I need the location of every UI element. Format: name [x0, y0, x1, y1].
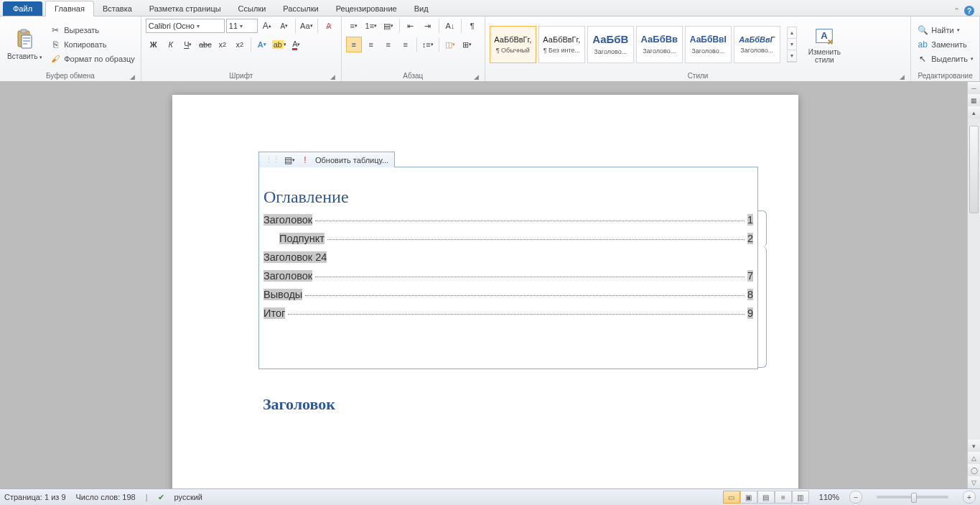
- tab-insert[interactable]: Вставка: [94, 1, 141, 16]
- scroll-up-icon[interactable]: ▴: [968, 106, 980, 119]
- font-name-value: Calibri (Осно: [149, 22, 195, 30]
- bold-button[interactable]: Ж: [146, 37, 162, 52]
- change-styles-button[interactable]: A Изменить стили: [806, 24, 844, 65]
- help-icon[interactable]: ?: [964, 6, 974, 16]
- vertical-scrollbar[interactable]: ─ ▦ ▴ ▾ △ ◯ ▽: [967, 82, 980, 488]
- increase-indent-button[interactable]: ⇥: [420, 18, 436, 34]
- select-button[interactable]: ↖Выделить ▾: [915, 52, 975, 65]
- tab-review[interactable]: Рецензирование: [327, 1, 406, 16]
- scroll-down-icon[interactable]: ▾: [968, 440, 980, 452]
- style-item-3[interactable]: АаБбВвЗаголово...: [636, 26, 683, 63]
- superscript-button[interactable]: x2: [232, 37, 248, 52]
- toc-grip-icon[interactable]: ⋮⋮: [265, 155, 279, 165]
- style-item-2[interactable]: АаБбВЗаголово...: [587, 26, 634, 63]
- view-full-reading[interactable]: ▣: [740, 491, 757, 504]
- tab-view[interactable]: Вид: [406, 1, 437, 16]
- style-item-5[interactable]: АаБбВвГЗаголово...: [734, 26, 780, 63]
- font-size-combo[interactable]: 11▾: [226, 19, 258, 33]
- font-color-button[interactable]: A▾: [289, 37, 304, 52]
- toc-row-3[interactable]: Заголовок 7: [263, 270, 753, 282]
- view-print-layout[interactable]: ▭: [723, 491, 740, 504]
- align-center-button[interactable]: ≡: [363, 37, 379, 52]
- align-right-button[interactable]: ≡: [381, 37, 396, 52]
- format-painter-button[interactable]: 🖌Формат по образцу: [48, 52, 136, 65]
- style-item-1[interactable]: АаБбВвГг,¶ Без инте...: [538, 26, 585, 63]
- status-page[interactable]: Страница: 1 из 9: [4, 493, 66, 501]
- multilevel-button[interactable]: ▤▾: [381, 18, 396, 34]
- zoom-out-button[interactable]: −: [849, 491, 862, 504]
- view-outline[interactable]: ≡: [775, 491, 792, 504]
- toc-row-5[interactable]: Итог 9: [263, 307, 753, 319]
- replace-button[interactable]: abЗаменить: [915, 38, 975, 51]
- status-language[interactable]: русский: [174, 493, 202, 501]
- subscript-button[interactable]: x2: [215, 37, 230, 52]
- toc-menu-icon[interactable]: ▤▾: [284, 154, 295, 166]
- browse-object-icon[interactable]: ◯: [968, 464, 980, 476]
- scroll-track[interactable]: [968, 119, 980, 440]
- toc-row-2[interactable]: Заголовок 24: [263, 251, 753, 263]
- minimize-ribbon-icon[interactable]: ⌃: [953, 6, 960, 16]
- view-draft[interactable]: ▥: [792, 491, 809, 504]
- heading-1[interactable]: Заголовок: [263, 395, 335, 414]
- grow-font-button[interactable]: A▴: [259, 18, 275, 34]
- copy-button[interactable]: ⎘Копировать: [48, 38, 136, 51]
- highlight-button[interactable]: ab▾: [271, 37, 287, 52]
- borders-button[interactable]: ⊞▾: [459, 37, 475, 52]
- zoom-level[interactable]: 110%: [819, 493, 839, 501]
- view-web[interactable]: ▤: [757, 491, 775, 504]
- styles-launcher-icon[interactable]: ◢: [900, 73, 905, 80]
- update-toc-button[interactable]: Обновить таблицу...: [315, 156, 388, 165]
- cut-button[interactable]: ✂Вырезать: [48, 24, 136, 37]
- paste-label: Вставить: [7, 52, 37, 60]
- style-gallery-scroll[interactable]: ▴▾▾: [787, 27, 797, 62]
- underline-button[interactable]: Ч▾: [180, 37, 196, 52]
- zoom-in-button[interactable]: +: [963, 491, 976, 504]
- tab-mailings[interactable]: Рассылки: [274, 1, 327, 16]
- zoom-knob[interactable]: [911, 493, 917, 503]
- find-button[interactable]: 🔍Найти ▾: [915, 24, 975, 37]
- strike-button[interactable]: abc: [197, 37, 213, 52]
- font-launcher-icon[interactable]: ◢: [330, 73, 335, 80]
- sort-button[interactable]: A↓: [442, 18, 458, 34]
- status-word-count[interactable]: Число слов: 198: [76, 493, 136, 501]
- prev-page-icon[interactable]: △: [968, 452, 980, 464]
- decrease-indent-button[interactable]: ⇤: [403, 18, 419, 34]
- style-item-0[interactable]: АаБбВвГг,¶ Обычный: [490, 26, 536, 63]
- style-item-4[interactable]: АаБбВвIЗаголово...: [685, 26, 732, 63]
- tab-home[interactable]: Главная: [45, 1, 94, 17]
- numbering-button[interactable]: 1≡▾: [363, 18, 379, 34]
- style-preview: АаБбВвГг,: [494, 35, 531, 44]
- proofing-icon[interactable]: ✔: [158, 493, 164, 502]
- style-gallery[interactable]: АаБбВвГг,¶ ОбычныйАаБбВвГг,¶ Без инте...…: [490, 26, 783, 63]
- align-left-button[interactable]: ≡: [346, 37, 362, 52]
- next-page-icon[interactable]: ▽: [968, 476, 980, 488]
- change-case-button[interactable]: Aa▾: [299, 18, 314, 34]
- toc-row-0[interactable]: Заголовок 1: [263, 214, 753, 226]
- tab-page-layout[interactable]: Разметка страницы: [141, 1, 230, 16]
- toc-row-4[interactable]: Выводы 8: [263, 289, 753, 300]
- svg-rect-2: [22, 35, 32, 48]
- document-area[interactable]: ⋮⋮ ▤▾ ! Обновить таблицу... Оглавление З…: [0, 82, 980, 488]
- shading-button[interactable]: ◫▾: [442, 37, 458, 52]
- shrink-font-button[interactable]: A▾: [276, 18, 292, 34]
- tab-references[interactable]: Ссылки: [230, 1, 275, 16]
- text-effects-button[interactable]: A▾: [254, 37, 270, 52]
- tab-file[interactable]: Файл: [3, 1, 42, 16]
- font-name-combo[interactable]: Calibri (Осно▾: [146, 19, 225, 33]
- paragraph-launcher-icon[interactable]: ◢: [474, 73, 479, 80]
- italic-button[interactable]: К: [163, 37, 179, 52]
- show-marks-button[interactable]: ¶: [465, 18, 480, 34]
- ruler-toggle-icon[interactable]: ▦: [968, 94, 980, 106]
- split-icon[interactable]: ─: [968, 82, 980, 94]
- toc-row-1[interactable]: Подпункт 2: [263, 233, 753, 244]
- justify-button[interactable]: ≡: [398, 37, 414, 52]
- toc-controls: ⋮⋮ ▤▾ ! Обновить таблицу...: [258, 152, 395, 167]
- clipboard-launcher-icon[interactable]: ◢: [130, 73, 135, 80]
- line-spacing-button[interactable]: ↕≡▾: [420, 37, 436, 52]
- toc-field[interactable]: ⋮⋮ ▤▾ ! Обновить таблицу... Оглавление З…: [258, 167, 758, 369]
- bullets-button[interactable]: ≡▾: [346, 18, 362, 34]
- scroll-thumb[interactable]: [969, 126, 979, 213]
- clear-formatting-button[interactable]: A̷: [321, 18, 337, 34]
- paste-button[interactable]: Вставить ▾: [4, 27, 45, 62]
- zoom-slider[interactable]: [877, 496, 948, 499]
